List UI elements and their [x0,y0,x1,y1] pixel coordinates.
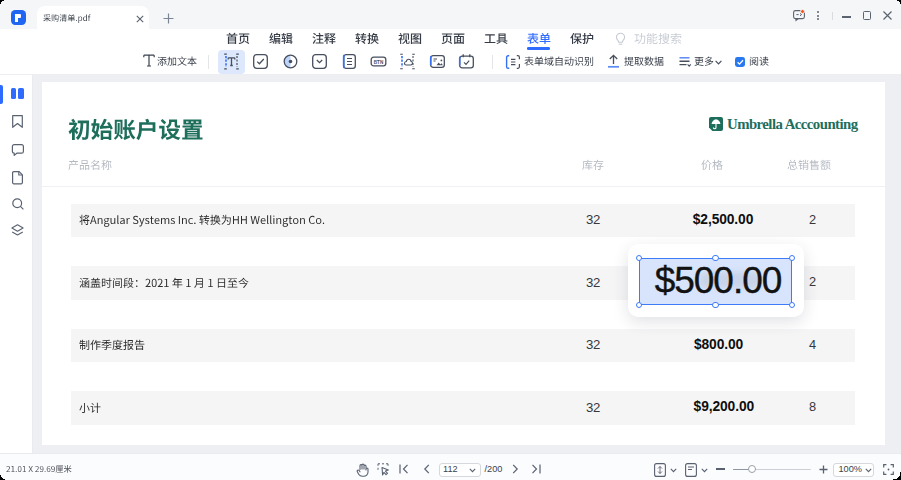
svg-text:BTN: BTN [374,60,384,65]
